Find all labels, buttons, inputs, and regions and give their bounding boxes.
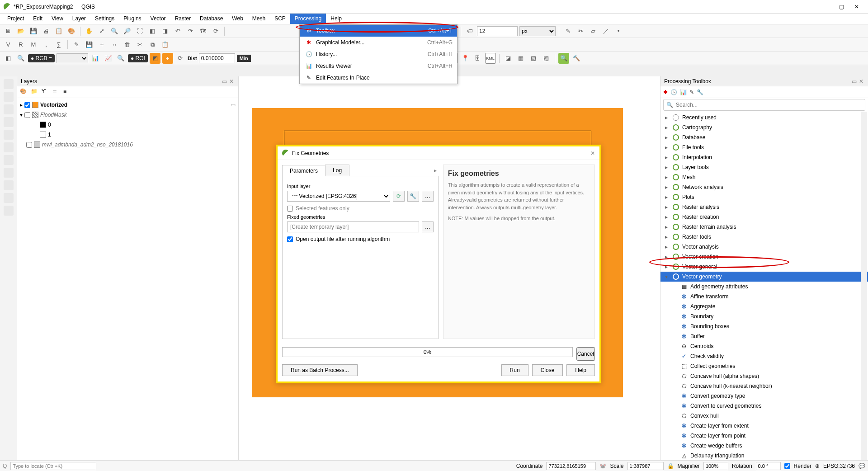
new-map-view-icon[interactable]: 🗺 (198, 26, 208, 37)
pan-to-selection-icon[interactable]: ⤢ (96, 26, 107, 37)
group-cartography[interactable]: ▸Cartography (660, 122, 868, 132)
add-raster-icon[interactable]: R (15, 39, 26, 50)
hammer-tool-icon[interactable]: 🔨 (571, 53, 582, 64)
menu-layer[interactable]: Layer (68, 14, 90, 24)
delete-feature-icon[interactable]: 🗑 (122, 39, 132, 50)
model-icon[interactable]: ✱ (663, 89, 668, 95)
alg-create-layer-extent[interactable]: ✱Create layer from extent (660, 421, 868, 431)
layer-checkbox[interactable] (24, 102, 30, 108)
menu-raster[interactable]: Raster (170, 14, 195, 24)
browse-button[interactable]: … (422, 191, 434, 202)
menu-project[interactable]: Project (3, 14, 28, 24)
menu-scp[interactable]: SCP (270, 14, 290, 24)
render-checkbox[interactable] (784, 462, 790, 470)
maximize-button[interactable]: ▢ (838, 4, 844, 10)
cancel-button[interactable]: Cancel (576, 347, 595, 361)
input-layer-select[interactable]: 〰 Vectorized [EPSG:4326] (287, 191, 390, 202)
group-vector-creation[interactable]: ▸Vector creation (660, 252, 868, 262)
db-icon[interactable]: 🗄 (472, 53, 483, 64)
layout-manager-icon[interactable]: 📋 (53, 26, 64, 37)
menu-view[interactable]: View (47, 14, 68, 24)
alg-aggregate[interactable]: ✱Aggregate (660, 301, 868, 311)
kml2-icon[interactable]: KML (485, 53, 496, 64)
alg-convex-hull[interactable]: ⬠Convex hull (660, 411, 868, 421)
advanced-button[interactable]: 🔧 (407, 191, 419, 202)
locator-input[interactable] (10, 462, 96, 470)
refresh-icon[interactable]: ⟳ (210, 26, 221, 37)
alg-bounding-boxes[interactable]: ✱Bounding boxes (660, 321, 868, 331)
group-layer-tools[interactable]: ▸Layer tools (660, 162, 868, 172)
add-wcs-icon[interactable] (4, 180, 14, 190)
layer-admin[interactable]: mwi_admbnda_adm2_nso_20181016 (20, 140, 236, 150)
expand-toggle[interactable]: ▸ (20, 102, 23, 108)
sel2-icon[interactable]: ▦ (515, 53, 526, 64)
menu-item-toolbox[interactable]: ⚙ Toolbox Ctrl+Alt+T (300, 25, 457, 37)
group-network[interactable]: ▸Network analysis (660, 182, 868, 192)
layer-floodmask[interactable]: ▾ FloodMask (20, 110, 236, 120)
scp-add-icon[interactable]: ＋ (162, 53, 173, 64)
group-vector-analysis[interactable]: ▸Vector analysis (660, 242, 868, 252)
close-dialog-button[interactable]: Close (532, 364, 563, 376)
font-unit-select[interactable]: px (519, 26, 556, 36)
add-wms-icon[interactable] (4, 155, 14, 165)
minimize-button[interactable]: — (823, 4, 829, 10)
add-wfs-icon[interactable] (4, 168, 14, 178)
group-plots[interactable]: ▸Plots (660, 192, 868, 202)
sel3-icon[interactable]: ▧ (528, 53, 539, 64)
add-vector-icon[interactable]: V (3, 39, 14, 50)
group-vector-general[interactable]: ▸Vector general (660, 262, 868, 272)
lock-icon[interactable]: 🔒 (667, 463, 674, 469)
menu-item-history[interactable]: 🕓 History... Ctrl+Alt+H (300, 48, 457, 60)
add-xyz-icon[interactable] (4, 193, 14, 203)
iterate-button[interactable]: ⟳ (393, 191, 405, 202)
kml-icon[interactable]: 📍 (460, 53, 471, 64)
group-file-tools[interactable]: ▸File tools (660, 142, 868, 152)
options-icon[interactable]: 🔧 (697, 89, 703, 95)
alg-concave-knn[interactable]: ⬠Concave hull (k-nearest neighbor) (660, 381, 868, 391)
alg-convert-geom-type[interactable]: ✱Convert geometry type (660, 391, 868, 401)
close-panel-icon[interactable]: ✕ (858, 78, 864, 85)
save-edits-icon[interactable]: 💾 (84, 39, 94, 50)
sel1-icon[interactable]: ◪ (503, 53, 514, 64)
close-panel-icon[interactable]: ✕ (228, 78, 235, 85)
group-raster-terrain[interactable]: ▸Raster terrain analysis (660, 222, 868, 232)
rgb-select[interactable] (57, 53, 88, 63)
group-database[interactable]: ▸Database (660, 132, 868, 142)
scp-zoom2-icon[interactable]: 🔍 (115, 53, 126, 64)
menu-database[interactable]: Database (195, 14, 227, 24)
group-raster-creation[interactable]: ▸Raster creation (660, 212, 868, 222)
menu-settings[interactable]: Settings (90, 14, 119, 24)
coordinate-input[interactable] (546, 462, 596, 470)
crs-icon[interactable]: ⊕ (815, 463, 820, 469)
node-tool-icon[interactable]: ✂ (575, 26, 586, 37)
scp-zoom-icon[interactable]: 🔍 (15, 53, 26, 64)
remove-icon[interactable]: － (74, 88, 82, 96)
dist-input[interactable] (199, 53, 235, 63)
add-raster-layer-icon[interactable] (4, 92, 14, 102)
rotation-input[interactable] (756, 462, 781, 470)
add-virtual-icon[interactable]: ∑ (53, 39, 64, 50)
pan-icon[interactable]: ✋ (84, 26, 94, 37)
collapse-icon[interactable]: ≡ (63, 88, 71, 96)
add-spatialite-icon[interactable] (4, 130, 14, 140)
undock-icon[interactable]: ▭ (851, 78, 857, 85)
expand-toggle[interactable]: ▾ (20, 112, 23, 118)
add-mesh-layer-icon[interactable] (4, 104, 14, 114)
fixed-geom-input[interactable] (287, 221, 419, 232)
search-input[interactable] (676, 102, 862, 108)
magnifier-input[interactable] (703, 462, 728, 470)
scp-tool2-icon[interactable]: 📈 (103, 53, 113, 64)
menu-processing[interactable]: Processing (290, 14, 326, 24)
edit-tool-icon[interactable]: ✎ (562, 26, 573, 37)
zoom-out-icon[interactable]: 🔎 (122, 26, 132, 37)
open-project-icon[interactable]: 📂 (15, 26, 26, 37)
search-tool-icon[interactable]: 🔍 (558, 53, 569, 64)
messages-icon[interactable]: 💬 (859, 463, 865, 469)
alg-buffer[interactable]: ✱Buffer (660, 331, 868, 341)
style-icon[interactable]: 🎨 (20, 88, 28, 96)
save-project-icon[interactable]: 💾 (28, 26, 39, 37)
layer-checkbox[interactable] (26, 142, 32, 148)
alg-affine-transform[interactable]: ✱Affine transform (660, 292, 868, 301)
add-vector-layer-icon[interactable] (4, 79, 14, 89)
scp-tool-icon[interactable]: 📊 (90, 53, 101, 64)
